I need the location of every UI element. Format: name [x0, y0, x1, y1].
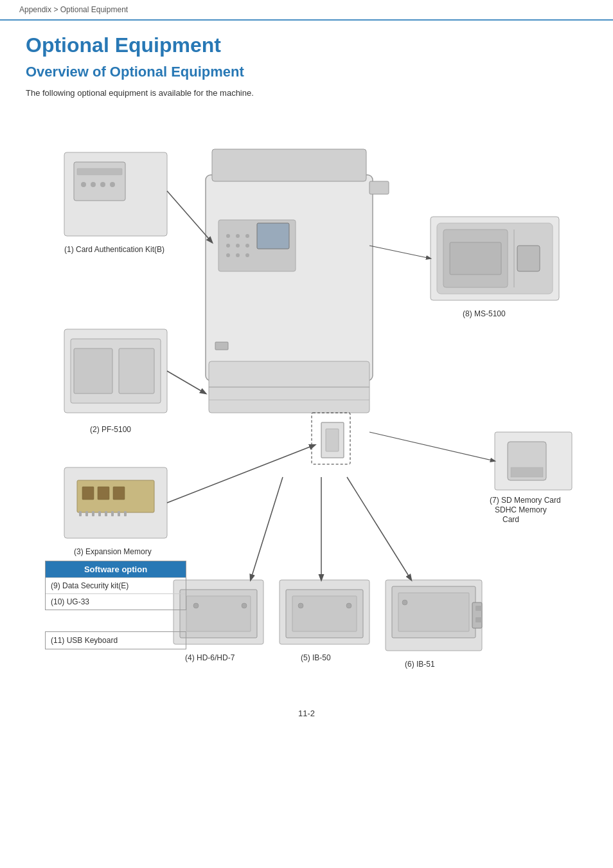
svg-rect-48 — [124, 511, 127, 516]
svg-point-4 — [226, 234, 230, 238]
svg-text:Card: Card — [502, 515, 519, 524]
svg-point-8 — [236, 244, 240, 248]
svg-point-27 — [110, 182, 115, 187]
ib-50: (5) IB-50 — [280, 580, 369, 662]
svg-line-87 — [369, 432, 495, 461]
diagram-svg: (1) Card Authentication Kit(B) (2) PF-51… — [26, 111, 591, 702]
svg-rect-80 — [511, 467, 543, 477]
svg-rect-32 — [74, 348, 112, 393]
svg-rect-46 — [111, 511, 114, 516]
svg-point-76 — [402, 600, 407, 605]
svg-point-25 — [91, 182, 96, 187]
svg-point-62 — [242, 603, 247, 608]
svg-rect-15 — [215, 342, 228, 350]
svg-line-88 — [369, 246, 431, 258]
svg-point-12 — [245, 253, 249, 257]
svg-rect-14 — [369, 181, 389, 194]
main-printer — [206, 149, 389, 464]
svg-rect-66 — [292, 596, 357, 631]
svg-text:(8) MS-5100: (8) MS-5100 — [463, 309, 506, 318]
software-option-box: Software option (9) Data Security kit(E)… — [45, 561, 186, 610]
equipment-diagram: (1) Card Authentication Kit(B) (2) PF-51… — [26, 111, 591, 702]
ms-5100: (8) MS-5100 — [431, 217, 559, 318]
software-option-header: Software option — [46, 561, 186, 577]
usb-keyboard-box: (11) USB Keyboard — [45, 631, 186, 649]
svg-point-67 — [298, 603, 303, 608]
svg-rect-43 — [92, 511, 94, 516]
hd-6-hd-7: (4) HD-6/HD-7 — [173, 580, 263, 662]
svg-line-84 — [251, 477, 283, 580]
svg-rect-13 — [257, 223, 289, 249]
sd-memory-card: (7) SD Memory Card SDHC Memory Card — [490, 432, 572, 524]
svg-rect-20 — [326, 429, 339, 451]
intro-text: The following optional equipment is avai… — [26, 88, 587, 98]
svg-rect-23 — [77, 168, 122, 175]
svg-point-26 — [100, 182, 105, 187]
breadcrumb-separator: > — [51, 5, 60, 14]
svg-rect-74 — [475, 606, 482, 611]
svg-rect-22 — [74, 162, 125, 201]
svg-point-11 — [236, 253, 240, 257]
svg-rect-39 — [98, 487, 109, 500]
section-title: Overview of Optional Equipment — [26, 64, 587, 80]
svg-point-5 — [236, 234, 240, 238]
page-title: Optional Equipment — [26, 33, 587, 57]
svg-line-34 — [167, 371, 206, 393]
svg-rect-44 — [98, 511, 101, 516]
ib-51: (6) IB-51 — [386, 580, 482, 669]
software-item-10: (10) UG-33 — [46, 593, 186, 610]
svg-rect-1 — [212, 149, 366, 181]
card-auth-kit: (1) Card Authentication Kit(B) — [64, 152, 212, 254]
svg-rect-54 — [450, 242, 501, 275]
svg-text:(1) Card Authentication Kit(B): (1) Card Authentication Kit(B) — [64, 245, 164, 254]
svg-rect-41 — [79, 511, 82, 516]
svg-point-24 — [81, 182, 86, 187]
svg-rect-33 — [119, 348, 154, 393]
svg-rect-47 — [118, 511, 120, 516]
breadcrumb: Appendix > Optional Equipment — [0, 0, 613, 21]
breadcrumb-part2: Optional Equipment — [60, 5, 128, 14]
svg-line-86 — [347, 477, 411, 580]
pf-5100: (2) PF-5100 — [64, 329, 206, 434]
svg-rect-0 — [206, 175, 373, 381]
software-item-9: (9) Data Security kit(E) — [46, 577, 186, 593]
svg-rect-38 — [82, 487, 94, 500]
svg-point-61 — [193, 603, 199, 608]
breadcrumb-part1: Appendix — [19, 5, 51, 14]
svg-rect-60 — [186, 596, 251, 631]
svg-text:SDHC Memory: SDHC Memory — [495, 505, 547, 514]
expansion-memory: (3) Expansion Memory — [64, 445, 315, 556]
svg-line-49 — [167, 445, 315, 503]
svg-text:(7) SD Memory Card: (7) SD Memory Card — [490, 496, 561, 505]
svg-rect-75 — [475, 617, 482, 622]
svg-point-6 — [245, 234, 249, 238]
svg-text:(2) PF-5100: (2) PF-5100 — [90, 425, 131, 434]
svg-point-10 — [226, 253, 230, 257]
page-number: 11-2 — [26, 709, 587, 731]
svg-rect-42 — [85, 511, 88, 516]
svg-rect-45 — [105, 511, 107, 516]
svg-point-9 — [245, 244, 249, 248]
svg-rect-72 — [398, 593, 469, 631]
svg-rect-56 — [517, 246, 540, 271]
svg-text:(6) IB-51: (6) IB-51 — [405, 660, 435, 669]
svg-point-68 — [346, 603, 351, 608]
svg-rect-40 — [113, 487, 125, 500]
svg-text:(5) IB-50: (5) IB-50 — [301, 653, 331, 662]
usb-keyboard-label: (11) USB Keyboard — [51, 636, 118, 645]
svg-text:(4) HD-6/HD-7: (4) HD-6/HD-7 — [185, 653, 235, 662]
svg-text:(3) Expansion Memory: (3) Expansion Memory — [74, 547, 152, 556]
svg-point-7 — [226, 244, 230, 248]
